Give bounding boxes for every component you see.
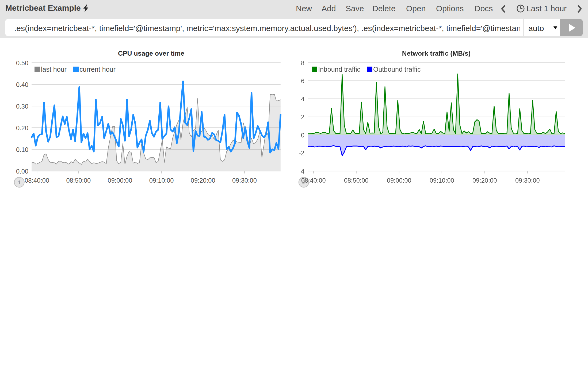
svg-text:8: 8	[301, 60, 304, 67]
svg-text:09:30:00: 09:30:00	[232, 177, 257, 184]
svg-text:0.10: 0.10	[16, 146, 28, 153]
svg-text:-2: -2	[299, 150, 304, 157]
svg-text:current hour: current hour	[79, 66, 116, 73]
svg-text:Outbound traffic: Outbound traffic	[373, 66, 420, 73]
svg-text:09:00:00: 09:00:00	[108, 177, 132, 184]
svg-text:0.00: 0.00	[16, 168, 28, 175]
svg-text:08:40:00: 08:40:00	[301, 177, 326, 184]
svg-text:0.30: 0.30	[16, 103, 28, 110]
svg-text:09:30:00: 09:30:00	[515, 177, 540, 184]
svg-text:09:00:00: 09:00:00	[387, 177, 411, 184]
svg-text:2: 2	[301, 114, 304, 121]
svg-text:0.50: 0.50	[16, 60, 28, 67]
svg-text:4: 4	[301, 96, 304, 103]
svg-text:09:10:00: 09:10:00	[149, 177, 174, 184]
svg-text:09:20:00: 09:20:00	[191, 177, 215, 184]
svg-text:08:50:00: 08:50:00	[344, 177, 368, 184]
svg-text:08:50:00: 08:50:00	[66, 177, 91, 184]
svg-text:0: 0	[301, 132, 304, 139]
svg-text:last hour: last hour	[41, 66, 67, 73]
svg-text:Network traffic (MB/s): Network traffic (MB/s)	[402, 50, 470, 57]
svg-text:09:20:00: 09:20:00	[472, 177, 497, 184]
svg-text:-4: -4	[299, 168, 304, 175]
svg-text:08:40:00: 08:40:00	[25, 177, 49, 184]
svg-text:0.20: 0.20	[16, 125, 28, 132]
svg-text:1: 1	[18, 179, 21, 185]
svg-text:0.40: 0.40	[16, 81, 28, 88]
svg-text:Inbound traffic: Inbound traffic	[318, 66, 360, 73]
svg-text:CPU usage over time: CPU usage over time	[118, 50, 184, 57]
svg-text:09:10:00: 09:10:00	[429, 177, 454, 184]
svg-text:6: 6	[301, 78, 304, 85]
